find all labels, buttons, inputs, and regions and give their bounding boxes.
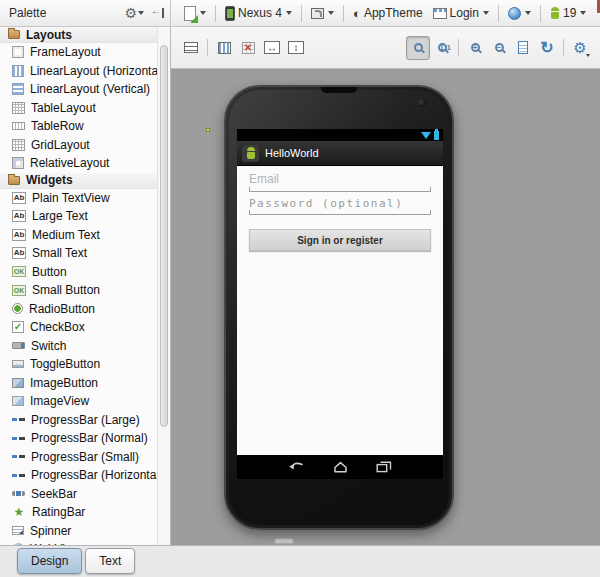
home-icon (332, 461, 349, 473)
palette-item-tablerow[interactable]: TableRow (0, 117, 170, 136)
show-columns-button[interactable] (212, 36, 236, 60)
preview-doc-button[interactable] (511, 36, 535, 60)
seekbar-icon (12, 491, 25, 496)
palette-item-label: ImageButton (30, 376, 98, 390)
zoom-to-fit-button[interactable] (406, 36, 430, 60)
palette-item-label: ProgressBar (Horizontal) (31, 468, 163, 482)
globe-icon (508, 7, 521, 20)
button-icon: OK (12, 266, 26, 277)
palette-item-linearlayout-horizontal[interactable]: LinearLayout (Horizontal) (0, 62, 170, 81)
palette-item-progressbar-large[interactable]: ProgressBar (Large) (0, 411, 170, 430)
section-label: Layouts (26, 28, 72, 42)
designer-settings-button[interactable]: ⚙ (568, 36, 592, 60)
palette-item-small-text[interactable]: AbSmall Text (0, 244, 170, 263)
layout-variants-button[interactable] (179, 36, 203, 60)
refresh-button[interactable]: ↻ (535, 36, 559, 60)
palette-item-label: Medium Text (32, 228, 100, 242)
folder-icon (8, 30, 20, 39)
palette-item-large-text[interactable]: AbLarge Text (0, 207, 170, 226)
palette-item-linearlayout-vertical[interactable]: LinearLayout (Vertical) (0, 80, 170, 99)
api-level-selector[interactable]: 19 (545, 4, 591, 22)
palette-item-progressbar-horizontal[interactable]: ProgressBar (Horizontal) (0, 466, 170, 485)
divider (540, 5, 541, 22)
device-selector[interactable]: Nexus 4 (220, 4, 297, 23)
chevron-down-icon (328, 11, 334, 15)
palette-item-progressbar-normal[interactable]: ProgressBar (Normal) (0, 429, 170, 448)
activity-label: Login (450, 6, 479, 20)
new-file-icon (184, 6, 196, 21)
api-level-label: 19 (563, 6, 576, 20)
radio-icon (12, 303, 23, 314)
palette-item-relativelayout[interactable]: RelativeLayout (0, 154, 170, 173)
palette-item-label: ProgressBar (Normal) (31, 431, 148, 445)
palette-item-spinner[interactable]: Spinner (0, 522, 170, 541)
activity-selector[interactable]: Login (428, 4, 494, 22)
document-icon (518, 41, 528, 54)
expand-horizontally-button[interactable]: ↔ (260, 36, 284, 60)
zoom-in-button[interactable]: + (463, 36, 487, 60)
palette-item-label: TableRow (31, 119, 84, 133)
palette-section-layouts[interactable]: Layouts (0, 27, 170, 43)
palette-item-ratingbar[interactable]: ★RatingBar (0, 503, 170, 522)
orientation-selector[interactable] (306, 6, 339, 21)
theme-label: AppTheme (364, 6, 423, 20)
hide-grid-button[interactable] (236, 36, 260, 60)
palette-section-widgets[interactable]: Widgets (0, 173, 170, 189)
theme-selector[interactable]: ◐ AppTheme (348, 4, 428, 22)
progress-icon (12, 474, 25, 477)
palette-gear-icon[interactable]: ⚙ (124, 5, 144, 21)
chevron-down-icon (525, 11, 531, 15)
expand-vertically-button[interactable]: ↕ (284, 36, 308, 60)
palette-item-label: ImageView (30, 394, 89, 408)
new-layout-file-button[interactable] (179, 4, 211, 23)
collapse-panel-icon[interactable] (151, 7, 164, 19)
palette-item-button[interactable]: OKButton (0, 263, 170, 282)
palette-item-progressbar-small[interactable]: ProgressBar (Small) (0, 448, 170, 467)
tab-design[interactable]: Design (17, 548, 82, 574)
palette-scrollbar-thumb[interactable] (160, 45, 168, 427)
palette-item-plain-textview[interactable]: AbPlain TextView (0, 189, 170, 208)
textview-icon: Ab (12, 192, 26, 204)
palette-item-framelayout[interactable]: FrameLayout (0, 43, 170, 62)
tab-text[interactable]: Text (85, 548, 135, 574)
chevron-down-icon (483, 11, 489, 15)
status-bar (237, 129, 443, 141)
divider (301, 5, 302, 22)
palette-item-togglebutton[interactable]: ToggleButton (0, 355, 170, 374)
bottom-tabbar: DesignText (0, 545, 600, 577)
palette-item-medium-text[interactable]: AbMedium Text (0, 226, 170, 245)
palette-item-small-button[interactable]: OKSmall Button (0, 281, 170, 300)
palette-item-imageview[interactable]: ImageView (0, 392, 170, 411)
locale-selector[interactable] (503, 5, 536, 22)
palette-item-checkbox[interactable]: ✓CheckBox (0, 318, 170, 337)
email-field[interactable]: Email (249, 166, 431, 192)
marker-dot-left (206, 128, 210, 132)
palette-panel: LayoutsFrameLayoutLinearLayout (Horizont… (0, 27, 171, 545)
textview-icon: Ab (12, 247, 26, 259)
gear-icon: ⚙ (573, 40, 586, 55)
chevron-down-icon (200, 11, 206, 15)
palette-item-label: ToggleButton (30, 357, 100, 371)
columns-icon (218, 42, 231, 54)
palette-item-gridlayout[interactable]: GridLayout (0, 136, 170, 155)
canvas-hscroll-thumb[interactable] (274, 538, 294, 544)
palette-item-seekbar[interactable]: SeekBar (0, 485, 170, 504)
palette-header: Palette ⚙ (0, 0, 171, 26)
refresh-icon: ↻ (540, 40, 553, 56)
table-row-icon (12, 122, 25, 130)
password-field[interactable]: Password (optional) (249, 192, 431, 215)
palette-item-imagebutton[interactable]: ImageButton (0, 374, 170, 393)
palette-item-label: LinearLayout (Horizontal) (30, 64, 165, 78)
progress-icon (12, 455, 25, 458)
palette-item-tablelayout[interactable]: TableLayout (0, 99, 170, 118)
palette-item-switch[interactable]: Switch (0, 337, 170, 356)
palette-item-label: TableLayout (31, 101, 96, 115)
spinner-icon (12, 526, 24, 535)
sign-in-button[interactable]: Sign in or register (249, 229, 431, 251)
actual-size-button[interactable]: 1:1 (430, 36, 454, 60)
design-canvas[interactable]: HelloWorld Email Password (optional) Sig… (171, 69, 600, 545)
zoom-out-button[interactable]: − (487, 36, 511, 60)
palette-item-label: RatingBar (32, 505, 85, 519)
palette-item-radiobutton[interactable]: RadioButton (0, 300, 170, 319)
chevron-down-icon (286, 11, 292, 15)
